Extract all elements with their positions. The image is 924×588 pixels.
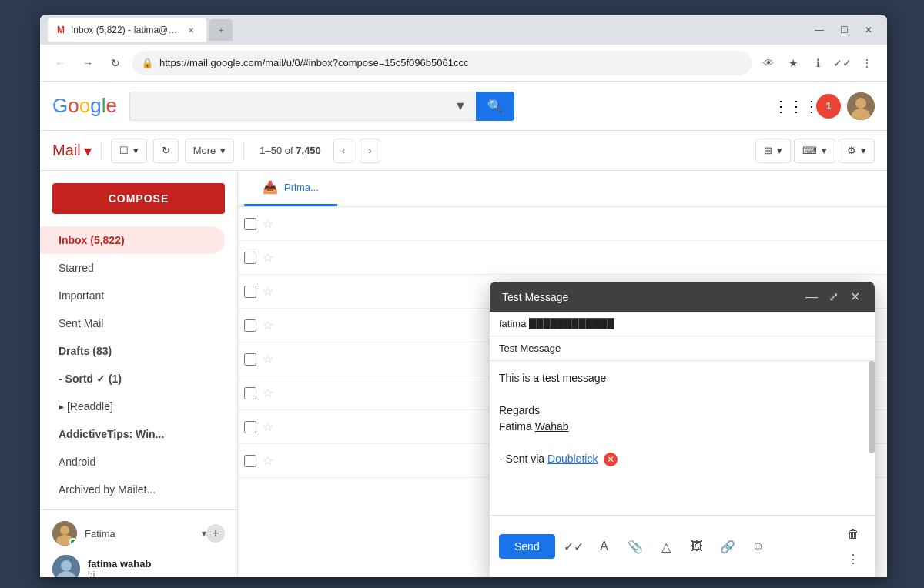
compose-window-title: Test Message (502, 291, 568, 303)
star-icon-3[interactable]: ☆ (263, 284, 273, 299)
sidebar-item-inbox[interactable]: Inbox (5,822) (40, 226, 225, 254)
star-icon-2[interactable]: ☆ (263, 250, 273, 265)
sidebar-item-sortd[interactable]: - Sortd ✓ (1) (40, 365, 225, 393)
online-indicator (69, 538, 77, 546)
delete-draft-btn[interactable]: 🗑 (841, 522, 865, 546)
keyboard-shortcut-btn[interactable]: ⌨ ▾ (794, 139, 835, 163)
settings-btn[interactable]: ⚙ ▾ (839, 139, 875, 163)
tab-close-btn[interactable]: ✕ (185, 24, 197, 36)
primary-tab[interactable]: 📥 Prima... (244, 171, 337, 206)
row-checkbox-8[interactable] (244, 455, 256, 467)
drive-btn[interactable]: △ (654, 534, 678, 559)
compose-to-input[interactable] (499, 318, 865, 329)
compose-header-controls: — ⤢ ✕ (804, 289, 862, 304)
forward-btn[interactable]: → (77, 52, 99, 74)
minimize-btn[interactable]: — (808, 19, 830, 41)
remove-signature-btn[interactable]: ✕ (604, 453, 618, 466)
checkmark-icon-btn[interactable]: ✓✓ (832, 52, 853, 74)
back-btn[interactable]: ← (49, 52, 71, 74)
row-checkbox-5[interactable] (244, 353, 256, 366)
star-icon-4[interactable]: ☆ (263, 318, 273, 332)
compose-minimize-btn[interactable]: — (804, 290, 819, 304)
refresh-btn[interactable]: ↻ (105, 52, 126, 74)
doubletick-footer-icon[interactable]: ✓✓ (561, 534, 586, 559)
contact-info-1: fatima wahab hi (88, 558, 225, 578)
more-nav-btn[interactable]: ⋮ (856, 52, 878, 74)
eye-icon-btn[interactable]: 👁 (758, 52, 779, 74)
body-spacer (499, 435, 865, 451)
sidebar-item-sent[interactable]: Sent Mail (40, 309, 225, 337)
address-bar[interactable]: 🔒 https://mail.google.com/mail/u/0/#inbo… (132, 51, 752, 75)
compose-subject-input[interactable] (499, 342, 865, 354)
row-checkbox-6[interactable] (244, 387, 256, 399)
compose-close-btn[interactable]: ✕ (847, 289, 862, 304)
compose-header[interactable]: Test Message — ⤢ ✕ (490, 282, 875, 312)
prev-page-btn[interactable]: ‹ (333, 139, 353, 163)
sidebar-item-android[interactable]: Android (40, 448, 225, 476)
bookmark-icon-btn[interactable]: ★ (782, 52, 804, 74)
close-btn[interactable]: ✕ (858, 19, 879, 41)
compose-window: Test Message — ⤢ ✕ (490, 282, 875, 577)
sidebar-item-important[interactable]: Important (40, 282, 225, 309)
search-button[interactable]: 🔍 (476, 92, 514, 121)
more-dropdown-icon: ▾ (220, 145, 226, 156)
emoji-btn[interactable]: ☺ (746, 534, 771, 559)
attach-file-btn[interactable]: 📎 (623, 534, 648, 559)
table-row[interactable]: ☆ (238, 241, 887, 275)
keyboard-dropdown: ▾ (822, 145, 827, 156)
sidebar-item-drafts[interactable]: Drafts (83) (40, 337, 225, 365)
send-button[interactable]: Send (499, 534, 555, 559)
compose-button[interactable]: COMPOSE (52, 183, 225, 214)
refresh-mail-btn[interactable]: ↻ (153, 139, 179, 163)
notification-badge[interactable]: 1 (816, 94, 841, 119)
inbox-icon: 📥 (263, 180, 278, 195)
mail-label[interactable]: Mail ▾ (52, 142, 92, 160)
nav-icons-right: 👁 ★ ℹ ✓✓ ⋮ (758, 52, 878, 74)
user-avatar[interactable] (847, 92, 875, 120)
settings-icon: ⚙ (847, 145, 856, 156)
insert-link-btn[interactable]: 🔗 (715, 534, 740, 559)
search-dropdown-icon[interactable]: ▼ (454, 99, 467, 113)
search-input[interactable] (139, 100, 454, 112)
signature-name: Fatima Wahab (499, 419, 865, 435)
star-icon-8[interactable]: ☆ (263, 453, 273, 468)
star-icon-5[interactable]: ☆ (263, 352, 273, 366)
browser-window: Work M Inbox (5,822) - fatima@a... ✕ + —… (40, 15, 887, 577)
chat-add-btn[interactable]: + (206, 524, 225, 543)
row-checkbox-3[interactable] (244, 286, 256, 298)
sidebar: COMPOSE Inbox (5,822) Starred Important … (40, 171, 237, 577)
apps-grid-icon[interactable]: ⋮⋮⋮ (782, 92, 810, 120)
row-checkbox-7[interactable] (244, 421, 256, 433)
logo-g: G (52, 94, 68, 117)
table-row[interactable]: ☆ (238, 207, 887, 241)
compose-maximize-btn[interactable]: ⤢ (825, 289, 841, 304)
maximize-btn[interactable]: ☐ (833, 19, 855, 41)
svg-point-4 (60, 526, 69, 535)
next-page-btn[interactable]: › (360, 139, 380, 163)
row-checkbox-2[interactable] (244, 252, 256, 264)
select-all-btn[interactable]: ☐ ▾ (111, 139, 147, 163)
insert-image-btn[interactable]: 🖼 (685, 534, 709, 559)
chat-contact-1[interactable]: fatima wahab hi (40, 550, 237, 577)
sidebar-item-starred[interactable]: Starred (40, 254, 225, 282)
svg-point-1 (855, 98, 866, 109)
row-checkbox-1[interactable] (244, 218, 256, 230)
inactive-tab[interactable]: + (209, 19, 233, 41)
star-icon-7[interactable]: ☆ (263, 419, 273, 434)
body-line2 (499, 386, 865, 403)
more-options-btn[interactable]: ⋮ (841, 546, 865, 571)
sidebar-item-addictive[interactable]: AddictiveTips: Win... (40, 420, 225, 448)
doubletick-link[interactable]: Doubletick (547, 453, 598, 465)
info-icon-btn[interactable]: ℹ (807, 52, 829, 74)
split-view-btn[interactable]: ⊞ ▾ (755, 139, 791, 163)
row-checkbox-4[interactable] (244, 319, 256, 332)
star-icon-6[interactable]: ☆ (263, 386, 273, 400)
sidebar-item-readdle[interactable]: ▸ [Readdle] (40, 393, 225, 420)
active-tab[interactable]: M Inbox (5,822) - fatima@a... ✕ (48, 18, 206, 42)
keyboard-icon: ⌨ (802, 145, 817, 156)
star-icon-1[interactable]: ☆ (263, 216, 273, 231)
compose-body[interactable]: This is a test message Regards Fatima Wa… (490, 361, 875, 515)
sidebar-item-archived[interactable]: Archived by Mailet... (40, 476, 225, 503)
more-actions-btn[interactable]: More ▾ (185, 139, 235, 163)
format-text-btn[interactable]: A (592, 534, 617, 559)
